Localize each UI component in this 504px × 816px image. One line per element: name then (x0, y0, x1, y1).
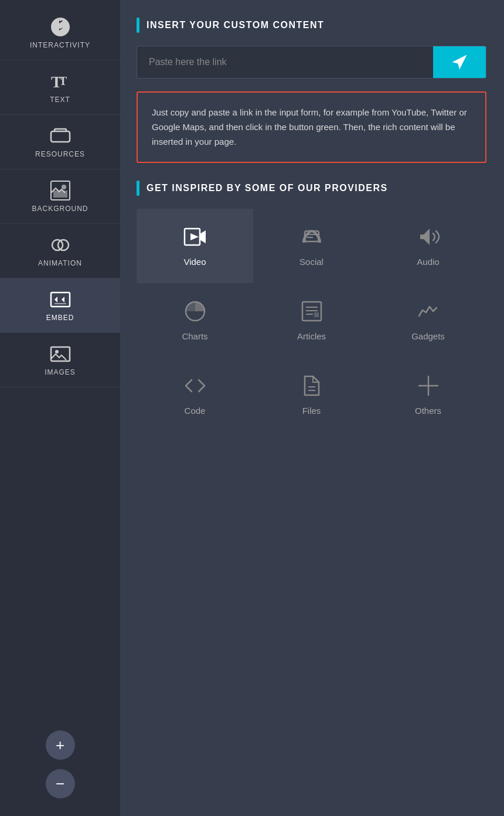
provider-audio[interactable]: Audio (370, 209, 486, 283)
sidebar-label-embed: EMBED (46, 314, 74, 322)
sidebar-label-images: IMAGES (45, 368, 76, 376)
link-input-row (137, 46, 486, 79)
provider-articles-label: Articles (297, 331, 326, 341)
provider-articles[interactable]: Articles (253, 283, 370, 358)
provider-files[interactable]: Files (253, 358, 370, 432)
info-text: Just copy and paste a link in the input … (152, 106, 471, 149)
provider-gadgets-label: Gadgets (411, 331, 445, 341)
provider-charts-label: Charts (182, 331, 207, 341)
code-icon (183, 374, 207, 397)
provider-files-label: Files (302, 406, 321, 416)
providers-header: GET INSPIRED BY SOME OF OUR PROVIDERS (137, 181, 486, 196)
others-icon (417, 374, 440, 397)
sidebar-item-resources[interactable]: RESOURCES (0, 115, 120, 169)
gadgets-icon (417, 300, 440, 323)
svg-point-6 (62, 185, 66, 189)
audio-icon (417, 225, 440, 249)
custom-content-header: INSERT YOUR CUSTOM CONTENT (137, 18, 486, 33)
articles-icon (300, 300, 323, 323)
resources-icon (50, 125, 71, 147)
provider-video-label: Video (183, 257, 206, 267)
provider-others-label: Others (415, 406, 441, 416)
provider-video[interactable]: Video (137, 209, 253, 283)
svg-marker-14 (190, 233, 199, 240)
sidebar-item-background[interactable]: BACKGROUND (0, 169, 120, 224)
images-icon (50, 344, 71, 365)
sidebar-bottom: + − (0, 719, 120, 816)
embed-icon (50, 289, 71, 310)
provider-code[interactable]: Code (137, 358, 253, 432)
svg-rect-3 (51, 131, 70, 142)
background-icon (50, 180, 71, 201)
remove-button[interactable]: − (46, 769, 75, 798)
video-icon (183, 225, 207, 249)
sidebar: INTERACTIVITY T T TEXT RESOURCES BACKGRO… (0, 0, 120, 816)
provider-charts[interactable]: Charts (137, 283, 253, 358)
sidebar-label-resources: RESOURCES (35, 150, 85, 158)
provider-gadgets[interactable]: Gadgets (370, 283, 486, 358)
providers-title: GET INSPIRED BY SOME OF OUR PROVIDERS (147, 183, 388, 193)
charts-icon (183, 300, 207, 323)
social-icon (300, 225, 323, 249)
add-button[interactable]: + (46, 730, 75, 760)
svg-rect-10 (55, 303, 66, 304)
sidebar-label-animation: ANIMATION (38, 259, 82, 267)
animation-icon (50, 234, 71, 256)
interactivity-icon (50, 16, 71, 38)
svg-point-12 (55, 350, 59, 353)
providers-accent-bar (137, 181, 139, 196)
sidebar-item-images[interactable]: IMAGES (0, 333, 120, 387)
custom-content-title: INSERT YOUR CUSTOM CONTENT (147, 20, 324, 30)
svg-rect-11 (51, 347, 70, 361)
svg-point-0 (59, 25, 62, 29)
sidebar-item-embed[interactable]: EMBED (0, 278, 120, 333)
svg-rect-5 (53, 191, 67, 198)
provider-social[interactable]: Social (253, 209, 370, 283)
sidebar-label-background: BACKGROUND (32, 205, 88, 213)
submit-button[interactable] (433, 46, 486, 78)
svg-text:T: T (59, 74, 67, 87)
provider-others[interactable]: Others (370, 358, 486, 432)
files-icon (300, 374, 323, 397)
main-content: INSERT YOUR CUSTOM CONTENT Just copy and… (120, 0, 504, 816)
sidebar-label-interactivity: INTERACTIVITY (30, 41, 90, 49)
provider-social-label: Social (299, 257, 323, 267)
svg-rect-9 (51, 293, 70, 307)
providers-section: GET INSPIRED BY SOME OF OUR PROVIDERS Vi… (137, 181, 486, 432)
info-box: Just copy and paste a link in the input … (137, 91, 486, 163)
send-icon (451, 53, 468, 71)
provider-audio-label: Audio (417, 257, 439, 267)
providers-grid: Video Social Audio (137, 209, 486, 432)
sidebar-item-animation[interactable]: ANIMATION (0, 224, 120, 278)
text-icon: T T (50, 71, 71, 92)
link-input[interactable] (137, 46, 433, 78)
provider-code-label: Code (185, 406, 206, 416)
sidebar-item-interactivity[interactable]: INTERACTIVITY (0, 6, 120, 60)
sidebar-label-text: TEXT (50, 96, 70, 104)
accent-bar (137, 18, 139, 33)
svg-rect-23 (314, 312, 319, 317)
sidebar-item-text[interactable]: T T TEXT (0, 60, 120, 115)
